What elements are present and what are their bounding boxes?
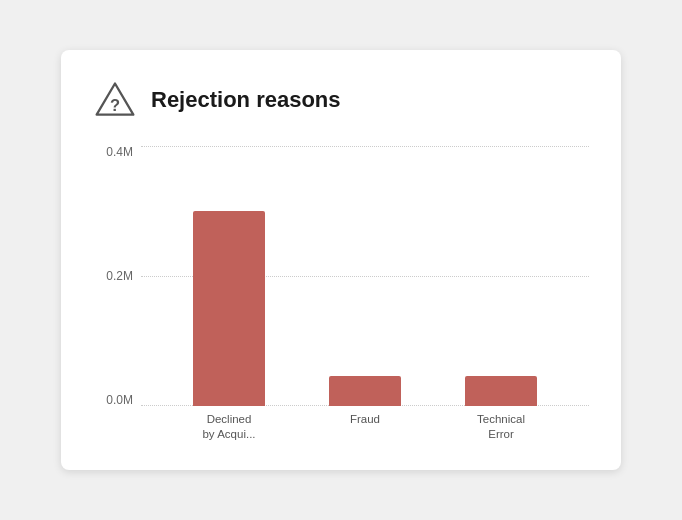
y-label-bottom: 0.0M — [106, 394, 133, 406]
bar-group-technical-error — [465, 376, 537, 406]
warning-triangle-icon: ? — [93, 78, 137, 122]
card-title: Rejection reasons — [151, 87, 341, 113]
bars-container — [141, 146, 589, 406]
x-label-fraud: Fraud — [325, 412, 405, 427]
rejection-reasons-card: ? Rejection reasons 0.4M 0.2M 0.0M — [61, 50, 621, 470]
chart-area: 0.4M 0.2M 0.0M — [93, 146, 589, 446]
y-label-mid: 0.2M — [106, 270, 133, 282]
bar-group-fraud — [329, 376, 401, 406]
y-label-top: 0.4M — [106, 146, 133, 158]
bar-fraud — [329, 376, 401, 406]
card-header: ? Rejection reasons — [93, 78, 589, 122]
bar-technical-error — [465, 376, 537, 406]
svg-text:?: ? — [110, 96, 120, 114]
y-axis: 0.4M 0.2M 0.0M — [93, 146, 141, 406]
x-label-technical-error: Technical Error — [461, 412, 541, 442]
x-labels: Declined by Acqui... Fraud Technical Err… — [141, 406, 589, 446]
chart-inner — [141, 146, 589, 406]
x-label-declined: Declined by Acqui... — [189, 412, 269, 442]
bar-declined — [193, 211, 265, 406]
bar-group-declined — [193, 211, 265, 406]
